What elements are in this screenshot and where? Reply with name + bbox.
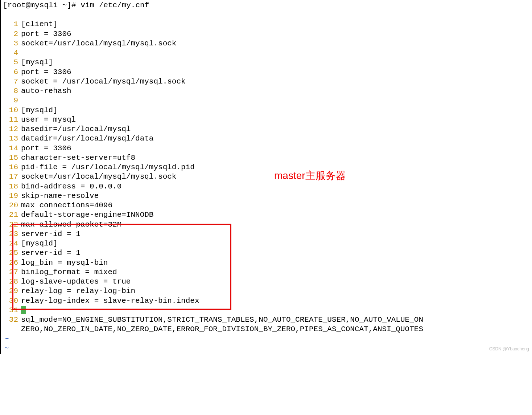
line-content: [mysqld]: [21, 239, 58, 248]
editor-line: 6port = 3306: [3, 68, 531, 77]
line-number: 14: [3, 144, 18, 153]
editor-line: 10[mysqld]: [3, 106, 531, 115]
line-content: log-slave-updates = true: [21, 277, 131, 286]
editor-line: 19skip-name-resolve: [3, 191, 531, 201]
editor-line: 14port = 3306: [3, 144, 531, 153]
line-content: pid-file = /usr/local/mysql/mysqld.pid: [21, 163, 195, 172]
line-number: 13: [3, 134, 18, 143]
line-number: 9: [3, 96, 18, 105]
line-content: skip-name-resolve: [21, 191, 99, 201]
vim-editor[interactable]: 1[client]2port = 33063socket=/usr/local/…: [3, 20, 531, 353]
line-content: binlog_format = mixed: [21, 268, 117, 277]
line-number: 23: [3, 229, 18, 239]
line-number: 7: [3, 77, 18, 86]
line-number: 18: [3, 182, 18, 191]
editor-line: 27binlog_format = mixed: [3, 268, 531, 277]
editor-line: 32sql_mode=NO_ENGINE_SUBSTITUTION,STRICT…: [3, 315, 531, 325]
editor-line: 4: [3, 48, 531, 58]
editor-line: 16pid-file = /usr/local/mysql/mysqld.pid: [3, 163, 531, 172]
line-number: 30: [3, 296, 18, 306]
line-number: 29: [3, 286, 18, 296]
shell-prompt: [root@mysql1 ~]# vim /etc/my.cnf: [3, 1, 531, 10]
line-number: 3: [3, 39, 18, 48]
editor-line: 28log-slave-updates = true: [3, 277, 531, 286]
editor-line: 26log_bin = mysql-bin: [3, 258, 531, 268]
vim-tilde: ~: [4, 344, 531, 353]
line-content: max_allowed_packet=32M: [21, 220, 121, 229]
editor-line: 3socket=/usr/local/mysql/mysql.sock: [3, 39, 531, 48]
line-number: 6: [3, 68, 18, 77]
line-content: max_connections=4096: [21, 201, 112, 210]
line-content: [mysql]: [21, 58, 53, 67]
line-content: character-set-server=utf8: [21, 153, 135, 163]
editor-line: 20max_connections=4096: [3, 201, 531, 210]
line-content: socket=/usr/local/mysql/mysql.sock: [21, 39, 176, 48]
line-number: 32: [3, 315, 18, 325]
editor-line: 30relay-log-index = slave-relay-bin.inde…: [3, 296, 531, 306]
editor-line: 2port = 3306: [3, 29, 531, 39]
line-number: 19: [3, 191, 18, 201]
line-number: 28: [3, 277, 18, 286]
editor-line: 15character-set-server=utf8: [3, 153, 531, 163]
line-content: server-id = 1: [21, 248, 81, 258]
line-content: basedir=/usr/local/mysql: [21, 125, 131, 134]
line-content: relay-log-index = slave-relay-bin.index: [21, 296, 199, 306]
editor-line: 7socket = /usr/local/mysql/mysql.sock: [3, 77, 531, 86]
vim-cursor: [21, 306, 26, 314]
line-content: [client]: [21, 20, 58, 29]
line-content: auto-rehash: [21, 86, 71, 96]
line-number: 12: [3, 125, 18, 134]
line-number: 26: [3, 258, 18, 268]
editor-line: 13datadir=/usr/local/mysql/data: [3, 134, 531, 143]
line-content: port = 3306: [21, 68, 71, 77]
line-number: 1: [3, 20, 18, 29]
line-content: [mysqld]: [21, 106, 58, 115]
editor-line: 5[mysql]: [3, 58, 531, 67]
line-content: log_bin = mysql-bin: [21, 258, 108, 268]
line-number: 24: [3, 239, 18, 248]
line-number: 15: [3, 153, 18, 163]
watermark: CSDN @Ybaocheng: [489, 346, 529, 352]
vim-tilde: ~: [4, 334, 531, 344]
editor-line: 21default-storage-engine=INNODB: [3, 210, 531, 220]
editor-line: 11user = mysql: [3, 115, 531, 125]
line-content: socket = /usr/local/mysql/mysql.sock: [21, 77, 186, 86]
line-number: 27: [3, 268, 18, 277]
line-content: default-storage-engine=INNODB: [21, 210, 153, 220]
line-number: 22: [3, 220, 18, 229]
line-number: 21: [3, 210, 18, 220]
editor-line: 17socket=/usr/local/mysql/mysql.sock: [3, 172, 531, 182]
editor-line-wrap: ZERO,NO_ZERO_IN_DATE,NO_ZERO_DATE,ERROR_…: [3, 325, 531, 334]
line-number: 31: [3, 306, 18, 315]
editor-line: 22max_allowed_packet=32M: [3, 220, 531, 229]
editor-line: 9: [3, 96, 531, 105]
editor-line: 24[mysqld]: [3, 239, 531, 248]
line-content: port = 3306: [21, 29, 71, 39]
line-number: 10: [3, 106, 18, 115]
editor-line: 23server-id = 1: [3, 229, 531, 239]
annotation-label: master主服务器: [274, 169, 346, 182]
line-number: 16: [3, 163, 18, 172]
editor-line: 31: [3, 306, 531, 315]
line-number: 2: [3, 29, 18, 39]
line-number: 20: [3, 201, 18, 210]
left-border: [0, 0, 1, 354]
editor-line: 1[client]: [3, 20, 531, 29]
line-number: 11: [3, 115, 18, 125]
line-content: user = mysql: [21, 115, 76, 125]
line-number: 25: [3, 248, 18, 258]
line-number: 8: [3, 86, 18, 96]
line-content: sql_mode=NO_ENGINE_SUBSTITUTION,STRICT_T…: [21, 315, 423, 325]
line-number: 4: [3, 48, 18, 58]
line-content: server-id = 1: [21, 229, 81, 239]
editor-line: 18bind-address = 0.0.0.0: [3, 182, 531, 191]
line-content: port = 3306: [21, 144, 71, 153]
line-content: socket=/usr/local/mysql/mysql.sock: [21, 172, 176, 182]
editor-line: 12basedir=/usr/local/mysql: [3, 125, 531, 134]
line-content: relay-log = relay-log-bin: [21, 286, 135, 296]
line-content: bind-address = 0.0.0.0: [21, 182, 121, 191]
line-number: 17: [3, 172, 18, 182]
editor-line: 8auto-rehash: [3, 86, 531, 96]
line-number: 5: [3, 58, 18, 67]
editor-line: 25server-id = 1: [3, 248, 531, 258]
